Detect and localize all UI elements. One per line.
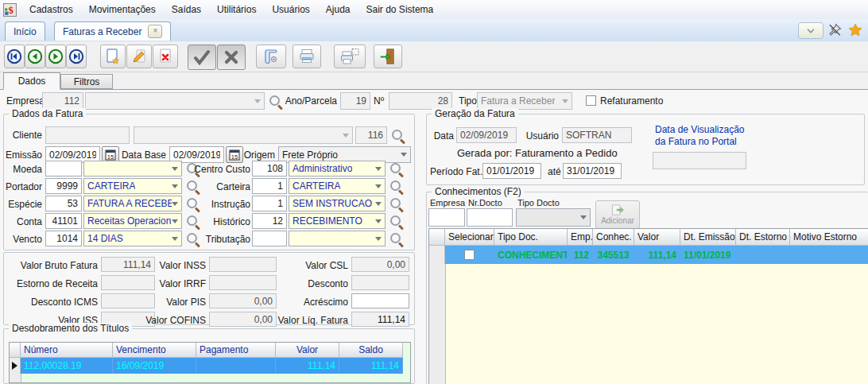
menu-utilitarios[interactable]: Utilitários (209, 1, 264, 18)
menu-sair[interactable]: Sair do Sistema (358, 1, 442, 18)
cliente-combo (134, 126, 353, 144)
instrucao-search-icon[interactable] (389, 196, 404, 211)
menu-movimentacoes[interactable]: Movimentações (81, 1, 164, 18)
menu-usuarios[interactable]: Usuários (264, 1, 317, 18)
row-selector-cell (429, 246, 445, 264)
selecionar-checkbox[interactable] (464, 250, 475, 260)
cell-saldo: 111,14 (339, 358, 403, 374)
tab-inicio[interactable]: Início (5, 21, 45, 41)
especie-combo[interactable]: FATURA A RECEBER (83, 196, 182, 211)
chevron-down-icon (580, 215, 587, 219)
tipo-label: Tipo (459, 95, 477, 107)
chevron-down-icon (375, 237, 382, 241)
print-preview-button[interactable] (334, 45, 366, 68)
desconto-icms-label: Desconto ICMS (10, 297, 98, 308)
cancel-button[interactable] (217, 45, 246, 70)
centro-custo-search-icon[interactable] (389, 161, 404, 176)
centro-custo-combo[interactable]: Administrativo (289, 161, 386, 176)
historico-search-icon[interactable] (389, 214, 404, 229)
col-numero: Número (21, 343, 113, 358)
desdobramento-grid: Número Vencimento Pagamento Valor Saldo … (9, 342, 411, 383)
cell-emp: 112 (568, 246, 593, 264)
tributacao-search-icon[interactable] (389, 231, 404, 246)
report-scroll-icon (262, 48, 280, 65)
tipo-combo: Fatura a Receber (477, 92, 572, 110)
acrescimo-field[interactable] (351, 293, 409, 308)
exit-door-icon (379, 48, 397, 65)
conhecimentos-grid: Selecionar Tipo Doc. Emp. Conhec. Valor … (428, 228, 868, 384)
row-selector-arrow-cell (10, 358, 21, 374)
instrucao-label: Instrução (192, 199, 250, 210)
chevron-down-icon (562, 99, 568, 103)
instrucao-code-field[interactable]: 1 (252, 196, 287, 211)
conhec-nrdocto-input[interactable] (467, 208, 513, 227)
cell-vencimento: 16/09/2019 (113, 358, 196, 374)
pin-toggle-button[interactable] (827, 22, 843, 38)
cell-selecionar (445, 246, 494, 264)
cell-conhec: 345513 (593, 246, 634, 264)
desdobramento-header-row: Número Vencimento Pagamento Valor Saldo (10, 343, 403, 358)
centro-custo-code-field[interactable]: 108 (252, 161, 287, 176)
new-record-button[interactable] (100, 45, 126, 68)
tributacao-code-field[interactable] (252, 231, 287, 246)
numero-field: 28 (389, 92, 452, 110)
instrucao-combo[interactable]: SEM INSTRUCAO (289, 196, 386, 211)
conta-code-field[interactable]: 41101 (45, 213, 82, 229)
moeda-combo[interactable] (83, 161, 182, 176)
confirm-button[interactable] (188, 45, 216, 70)
nav-last-icon (68, 48, 84, 64)
vencto-combo[interactable]: 14 DIAS (83, 231, 182, 246)
menu-saidas[interactable]: Saídas (164, 1, 209, 18)
carteira-search-icon[interactable] (389, 179, 404, 194)
historico-label: Histórico (192, 216, 250, 227)
nav-next-button[interactable] (45, 45, 66, 68)
report-script-button[interactable] (256, 45, 286, 68)
conhecimentos-header-row: Selecionar Tipo Doc. Emp. Conhec. Valor … (429, 229, 868, 246)
menu-ajuda[interactable]: Ajuda (318, 1, 358, 18)
cliente-search-icon[interactable] (390, 128, 405, 143)
tab-faturas-a-receber[interactable]: Faturas a Receber × (54, 21, 171, 41)
portador-code-field[interactable]: 9999 (45, 178, 82, 194)
conhec-empresa-input[interactable] (428, 208, 465, 227)
usuario-label: Usuário (522, 130, 559, 142)
desdobramento-selected-row[interactable]: 112.00028.19 16/09/2019 111,14 111,14 (10, 358, 403, 374)
carteira-combo[interactable]: CARTEIRA (289, 178, 386, 194)
tab-dados[interactable]: Dados (3, 72, 60, 90)
empresa-label: Empresa (6, 95, 45, 107)
centro-custo-label: Centro Custo (192, 164, 250, 175)
historico-code-field[interactable]: 12 (252, 213, 287, 229)
periodo-inicio-field[interactable]: 01/01/2019 (482, 163, 541, 179)
exit-button[interactable] (374, 45, 402, 68)
periodo-fim-field[interactable]: 31/01/2019 (563, 163, 622, 179)
portador-combo[interactable]: CARTEIRA (83, 178, 182, 194)
conta-combo[interactable]: Receitas Operacionais (83, 213, 182, 229)
close-tab-icon[interactable]: × (148, 25, 162, 38)
nav-last-button[interactable] (66, 45, 87, 68)
portal-label-line1: Data de Visualização (655, 124, 745, 135)
delete-record-button[interactable] (153, 45, 178, 68)
tab-dados-label: Dados (18, 76, 46, 87)
moeda-code-field[interactable] (45, 161, 82, 176)
conhec-tipodocto-combo[interactable] (516, 208, 591, 227)
print-button[interactable] (293, 45, 321, 68)
refaturamento-checkbox[interactable] (586, 95, 596, 106)
svg-text:15: 15 (107, 153, 114, 160)
tab-list-chevron-button[interactable] (798, 22, 823, 39)
tab-filtros[interactable]: Filtros (60, 74, 113, 89)
historico-combo[interactable]: RECEBIMENTO (289, 213, 386, 229)
especie-code-field[interactable]: 53 (45, 196, 82, 211)
cell-valor: 111,14 (276, 358, 339, 374)
nav-first-button[interactable] (4, 45, 25, 68)
menu-cadastros[interactable]: Cadastros (21, 1, 81, 18)
edit-record-button[interactable] (126, 45, 152, 68)
vencto-code-field[interactable]: 1014 (45, 231, 82, 246)
conhecimento-selected-row[interactable]: CONHECIMENTO 112 345513 111,14 11/01/201… (429, 246, 868, 264)
nav-prev-button[interactable] (25, 45, 45, 68)
cliente-label: Cliente (4, 130, 42, 141)
adicionar-button[interactable]: Adicionar (595, 200, 640, 229)
document-tab-bar: Início Faturas a Receber × (0, 19, 868, 42)
favorite-button[interactable] (847, 22, 863, 38)
desconto-label: Desconto (266, 278, 348, 289)
tributacao-combo[interactable] (289, 231, 386, 246)
carteira-code-field[interactable]: 1 (252, 178, 287, 194)
